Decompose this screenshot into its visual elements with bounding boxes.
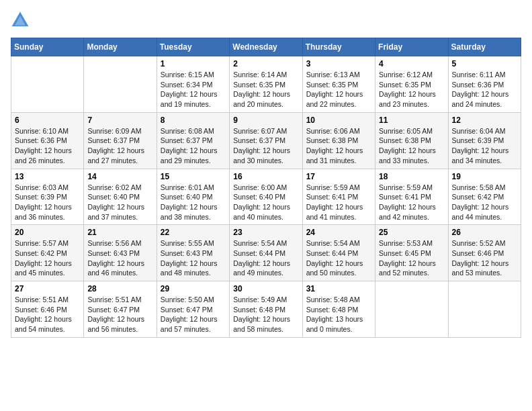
calendar-week-row: 20 Sunrise: 5:57 AM Sunset: 6:42 PM Dayl… — [11, 225, 521, 281]
daylight-text: Daylight: 12 hours and 52 minutes. — [379, 259, 436, 277]
day-number: 15 — [161, 172, 226, 181]
calendar-day-cell: 27 Sunrise: 5:51 AM Sunset: 6:46 PM Dayl… — [11, 281, 84, 338]
daylight-text: Daylight: 12 hours and 57 minutes. — [161, 315, 218, 333]
daylight-text: Daylight: 12 hours and 27 minutes. — [87, 146, 144, 165]
calendar-day-cell: 26 Sunrise: 5:52 AM Sunset: 6:46 PM Dayl… — [448, 225, 521, 281]
day-number: 29 — [161, 284, 226, 293]
sunrise-text: Sunrise: 5:54 AM — [233, 239, 287, 247]
calendar-day-cell: 22 Sunrise: 5:55 AM Sunset: 6:43 PM Dayl… — [157, 225, 229, 281]
weekday-header: Monday — [84, 38, 157, 56]
calendar-day-cell: 12 Sunrise: 6:04 AM Sunset: 6:39 PM Dayl… — [448, 112, 521, 169]
day-info: Sunrise: 5:52 AM Sunset: 6:46 PM Dayligh… — [452, 238, 517, 278]
calendar-day-cell: 21 Sunrise: 5:56 AM Sunset: 6:43 PM Dayl… — [84, 225, 157, 281]
sunset-text: Sunset: 6:46 PM — [452, 249, 504, 257]
daylight-text: Daylight: 12 hours and 46 minutes. — [87, 259, 144, 277]
sunset-text: Sunset: 6:47 PM — [161, 306, 213, 314]
day-info: Sunrise: 6:12 AM Sunset: 6:35 PM Dayligh… — [379, 70, 444, 109]
day-info: Sunrise: 6:15 AM Sunset: 6:34 PM Dayligh… — [161, 70, 226, 109]
weekday-header: Wednesday — [230, 38, 302, 56]
sunrise-text: Sunrise: 6:13 AM — [306, 71, 360, 79]
sunrise-text: Sunrise: 6:01 AM — [161, 183, 214, 191]
day-number: 16 — [233, 172, 298, 181]
daylight-text: Daylight: 12 hours and 49 minutes. — [233, 259, 290, 277]
sunset-text: Sunset: 6:43 PM — [87, 249, 140, 257]
daylight-text: Daylight: 13 hours and 0 minutes. — [306, 315, 363, 333]
day-info: Sunrise: 6:02 AM Sunset: 6:40 PM Dayligh… — [87, 183, 152, 222]
daylight-text: Daylight: 12 hours and 40 minutes. — [233, 203, 290, 221]
daylight-text: Daylight: 12 hours and 19 minutes. — [161, 90, 218, 108]
sunrise-text: Sunrise: 5:51 AM — [15, 295, 69, 304]
sunrise-text: Sunrise: 6:07 AM — [233, 127, 287, 135]
day-number: 7 — [87, 116, 152, 125]
day-info: Sunrise: 5:51 AM Sunset: 6:47 PM Dayligh… — [87, 295, 152, 334]
day-info: Sunrise: 6:03 AM Sunset: 6:39 PM Dayligh… — [15, 183, 80, 222]
sunrise-text: Sunrise: 6:10 AM — [15, 127, 69, 135]
sunrise-text: Sunrise: 6:00 AM — [233, 183, 287, 191]
sunrise-text: Sunrise: 5:51 AM — [87, 295, 141, 304]
sunset-text: Sunset: 6:41 PM — [306, 193, 359, 201]
calendar-day-cell: 2 Sunrise: 6:14 AM Sunset: 6:35 PM Dayli… — [230, 56, 302, 113]
calendar-day-cell: 9 Sunrise: 6:07 AM Sunset: 6:37 PM Dayli… — [230, 112, 302, 169]
calendar-day-cell: 15 Sunrise: 6:01 AM Sunset: 6:40 PM Dayl… — [157, 169, 229, 225]
calendar-week-row: 13 Sunrise: 6:03 AM Sunset: 6:39 PM Dayl… — [11, 169, 521, 225]
day-info: Sunrise: 6:07 AM Sunset: 6:37 PM Dayligh… — [233, 126, 298, 166]
sunrise-text: Sunrise: 5:53 AM — [379, 239, 433, 247]
logo-icon — [11, 11, 30, 30]
sunset-text: Sunset: 6:38 PM — [379, 136, 431, 144]
weekday-header-row: SundayMondayTuesdayWednesdayThursdayFrid… — [11, 38, 521, 56]
daylight-text: Daylight: 12 hours and 48 minutes. — [161, 259, 218, 277]
day-number: 2 — [233, 59, 298, 68]
sunset-text: Sunset: 6:38 PM — [306, 136, 359, 144]
sunrise-text: Sunrise: 6:08 AM — [161, 127, 214, 135]
calendar-day-cell — [375, 281, 448, 338]
sunrise-text: Sunrise: 5:54 AM — [306, 239, 360, 247]
day-info: Sunrise: 6:06 AM Sunset: 6:38 PM Dayligh… — [306, 126, 371, 166]
day-info: Sunrise: 6:09 AM Sunset: 6:37 PM Dayligh… — [87, 126, 152, 166]
calendar-day-cell: 14 Sunrise: 6:02 AM Sunset: 6:40 PM Dayl… — [84, 169, 157, 225]
day-info: Sunrise: 5:53 AM Sunset: 6:45 PM Dayligh… — [379, 238, 444, 278]
sunrise-text: Sunrise: 6:06 AM — [306, 127, 360, 135]
daylight-text: Daylight: 12 hours and 20 minutes. — [233, 90, 290, 108]
day-info: Sunrise: 5:49 AM Sunset: 6:48 PM Dayligh… — [233, 295, 298, 334]
sunrise-text: Sunrise: 6:09 AM — [87, 127, 141, 135]
daylight-text: Daylight: 12 hours and 31 minutes. — [306, 146, 363, 165]
sunset-text: Sunset: 6:35 PM — [379, 81, 431, 89]
calendar-day-cell: 24 Sunrise: 5:54 AM Sunset: 6:44 PM Dayl… — [302, 225, 375, 281]
day-info: Sunrise: 5:56 AM Sunset: 6:43 PM Dayligh… — [87, 238, 152, 278]
day-number: 27 — [15, 284, 80, 293]
calendar-day-cell: 16 Sunrise: 6:00 AM Sunset: 6:40 PM Dayl… — [230, 169, 302, 225]
calendar-day-cell: 11 Sunrise: 6:05 AM Sunset: 6:38 PM Dayl… — [375, 112, 448, 169]
weekday-header: Friday — [375, 38, 448, 56]
day-number: 12 — [452, 116, 517, 125]
daylight-text: Daylight: 12 hours and 38 minutes. — [161, 203, 218, 221]
sunrise-text: Sunrise: 6:04 AM — [452, 127, 506, 135]
daylight-text: Daylight: 12 hours and 30 minutes. — [233, 146, 290, 165]
weekday-header: Tuesday — [157, 38, 229, 56]
daylight-text: Daylight: 12 hours and 22 minutes. — [306, 90, 363, 108]
day-info: Sunrise: 5:48 AM Sunset: 6:48 PM Dayligh… — [306, 295, 371, 334]
day-info: Sunrise: 6:13 AM Sunset: 6:35 PM Dayligh… — [306, 70, 371, 109]
daylight-text: Daylight: 12 hours and 58 minutes. — [233, 315, 290, 333]
sunrise-text: Sunrise: 5:58 AM — [452, 183, 506, 191]
calendar-day-cell: 13 Sunrise: 6:03 AM Sunset: 6:39 PM Dayl… — [11, 169, 84, 225]
day-info: Sunrise: 5:57 AM Sunset: 6:42 PM Dayligh… — [15, 238, 80, 278]
day-number: 1 — [161, 59, 226, 68]
daylight-text: Daylight: 12 hours and 29 minutes. — [161, 146, 218, 165]
calendar-day-cell: 30 Sunrise: 5:49 AM Sunset: 6:48 PM Dayl… — [230, 281, 302, 338]
sunrise-text: Sunrise: 6:05 AM — [379, 127, 433, 135]
day-number: 10 — [306, 116, 371, 125]
day-number: 19 — [452, 172, 517, 181]
day-number: 22 — [161, 228, 226, 237]
day-number: 8 — [161, 116, 226, 125]
day-number: 17 — [306, 172, 371, 181]
day-info: Sunrise: 5:54 AM Sunset: 6:44 PM Dayligh… — [233, 238, 298, 278]
calendar-week-row: 6 Sunrise: 6:10 AM Sunset: 6:36 PM Dayli… — [11, 112, 521, 169]
day-number: 25 — [379, 228, 444, 237]
calendar-day-cell: 5 Sunrise: 6:11 AM Sunset: 6:36 PM Dayli… — [448, 56, 521, 113]
sunset-text: Sunset: 6:42 PM — [15, 249, 67, 257]
calendar-day-cell: 3 Sunrise: 6:13 AM Sunset: 6:35 PM Dayli… — [302, 56, 375, 113]
sunrise-text: Sunrise: 5:57 AM — [15, 239, 69, 247]
sunset-text: Sunset: 6:41 PM — [379, 193, 431, 201]
day-info: Sunrise: 5:59 AM Sunset: 6:41 PM Dayligh… — [306, 183, 371, 222]
day-info: Sunrise: 5:58 AM Sunset: 6:42 PM Dayligh… — [452, 183, 517, 222]
